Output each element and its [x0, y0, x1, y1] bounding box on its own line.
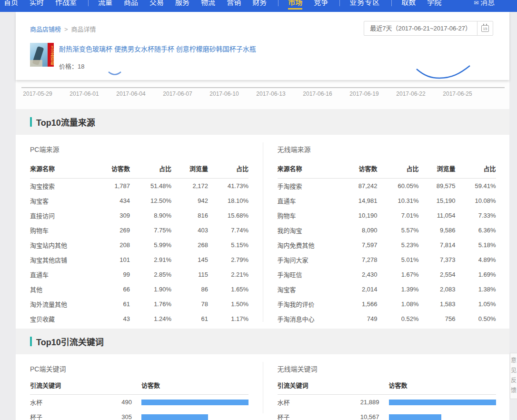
visitors-value: 87,242 — [344, 179, 378, 193]
section-header-keywords: Top10引流关键词 — [16, 329, 509, 354]
views-pct: 2.79% — [208, 252, 249, 267]
wireless-keywords-subtitle: 无线端关键词 — [278, 364, 510, 373]
column-header: 占比 — [208, 161, 249, 179]
nav-item-products[interactable]: 商品 — [124, 0, 138, 12]
views-value: 2,172 — [171, 179, 208, 193]
nav-item-data-extract[interactable]: 取数 — [401, 0, 416, 12]
keyword-name: 杯子 — [278, 412, 349, 420]
views-value: 816 — [171, 208, 208, 223]
visitors-value: 61 — [97, 297, 130, 311]
nav-divider — [391, 0, 392, 6]
nav-items: 首页 实时 作战室 流量 商品 交易 服务 物流 营销 财务 市场 竞争 业务专… — [0, 0, 517, 12]
nav-item-competition[interactable]: 竞争 — [314, 0, 328, 12]
visitors-value: 99 — [97, 267, 130, 282]
views-pct: 7.33% — [456, 208, 496, 223]
calendar-icon: 15 — [481, 25, 489, 32]
keyword-row: 杯子 10,567 — [278, 410, 496, 420]
source-name: 手淘搜索 — [278, 179, 344, 193]
product-price: 价格：18 — [59, 61, 256, 70]
nav-item-market[interactable]: 市场 — [288, 0, 302, 12]
column-header: 占比 — [130, 161, 171, 179]
source-name: 购物车 — [278, 208, 344, 223]
visitors-value: 269 — [97, 223, 130, 238]
visitors-pct: 2.91% — [130, 252, 171, 267]
nav-item-logistics[interactable]: 物流 — [201, 0, 215, 12]
nav-item-home[interactable]: 首页 — [4, 0, 18, 12]
nav-item-warroom[interactable]: 作战室 — [55, 0, 77, 12]
table-header-row: 引流关键词 访客数 — [278, 380, 496, 395]
calendar-button[interactable]: 15 — [477, 21, 493, 35]
nav-item-traffic[interactable]: 流量 — [98, 0, 112, 12]
views-pct: 5.18% — [456, 238, 496, 252]
nav-item-trade[interactable]: 交易 — [149, 0, 164, 12]
views-value: 145 — [171, 252, 208, 267]
visitors-pct: 51.48% — [130, 179, 171, 193]
table-row: 手淘旺信 2,430 1.67% 2,554 1.69% — [278, 267, 496, 282]
visitors-pct: 1.39% — [378, 282, 419, 297]
nav-divider — [88, 0, 89, 6]
keyword-name: 杯子 — [30, 412, 101, 420]
views-pct: 0.50% — [456, 311, 496, 326]
message-icon: ✉ — [474, 0, 478, 6]
axis-tick-label: 2017-06-04 — [108, 90, 154, 97]
views-pct: 4.89% — [456, 252, 496, 267]
nav-divider — [278, 0, 278, 6]
panel-divider — [263, 142, 263, 322]
views-value: 2,554 — [419, 267, 456, 282]
nav-item-marketing[interactable]: 营销 — [227, 0, 241, 12]
views-pct: 7.74% — [208, 223, 249, 238]
visitor-bar — [141, 414, 208, 420]
breadcrumb-separator: > — [64, 26, 68, 33]
table-header-row: 来源名称 访客数 占比 浏览量 占比 — [30, 161, 249, 179]
column-header: 来源名称 — [278, 161, 344, 179]
views-pct: 2.21% — [208, 267, 249, 282]
visitors-pct: 12.50% — [130, 193, 171, 208]
visitors-pct: 5.57% — [378, 223, 419, 238]
pc-keywords-table: 引流关键词 访客数 水杯 490 杯子 305 — [30, 380, 249, 420]
visitors-pct: 1.67% — [378, 267, 419, 282]
views-value: 7,373 — [419, 252, 456, 267]
date-range-picker[interactable]: 最近7天（2017-06-21~2017-06-27） 15 — [364, 21, 493, 36]
nav-item-service[interactable]: 服务 — [175, 0, 189, 12]
table-row: 直通车 99 2.85% 115 2.21% — [30, 267, 249, 282]
table-row: 淘宝客 2,014 1.39% 2,083 1.38% — [278, 282, 496, 297]
table-row: 直通车 14,981 10.31% 15,190 10.08% — [278, 193, 496, 208]
table-row: 手淘消息中心 749 0.52% 756 0.50% — [278, 311, 496, 326]
top-navigation: 首页 实时 作战室 流量 商品 交易 服务 物流 营销 财务 市场 竞争 业务专… — [0, 0, 517, 12]
table-row: 手淘我的评价 1,566 1.08% 1,583 1.05% — [278, 297, 496, 311]
nav-item-realtime[interactable]: 实时 — [30, 0, 44, 12]
visitors-pct: 5.01% — [378, 252, 419, 267]
keyword-visitors: 490 — [101, 399, 132, 406]
table-row: 购物车 269 7.75% 403 7.74% — [30, 223, 249, 238]
source-name: 淘宝其他店铺 — [30, 252, 97, 267]
feedback-tab[interactable]: 意见反馈 — [510, 353, 517, 399]
table-row: 手淘搜索 87,242 60.05% 89,575 59.41% — [278, 179, 496, 193]
views-pct: 10.08% — [456, 193, 496, 208]
nav-item-academy[interactable]: 学院 — [427, 0, 441, 12]
chart-x-axis: 2017-05-29 2017-06-01 2017-06-04 2017-06… — [16, 80, 509, 109]
breadcrumb: 商品店铺榜>商品详情 — [30, 24, 96, 33]
source-name: 淘内免费其他 — [278, 238, 344, 252]
source-name: 手淘我的评价 — [278, 297, 344, 311]
nav-item-finance[interactable]: 财务 — [252, 0, 267, 12]
source-name: 宝贝收藏 — [30, 311, 97, 326]
column-header: 引流关键词 — [30, 380, 141, 390]
product-image[interactable]: 9元全国包邮 — [30, 43, 54, 67]
axis-tick-label: 2017-05-29 — [14, 90, 61, 97]
table-row: 购物车 10,190 7.01% 11,054 7.33% — [278, 208, 496, 223]
views-value: 89,575 — [419, 179, 456, 193]
product-title-link[interactable]: 耐热渐变色玻璃杯 便携男女水杯随手杯 创意柠檬磨砂韩国杯子水瓶 — [59, 45, 256, 53]
visitors-value: 749 — [344, 311, 378, 326]
nav-item-messages[interactable]: ✉消息 — [474, 0, 495, 12]
visitors-value: 10,190 — [344, 208, 378, 223]
visitors-pct: 10.31% — [378, 193, 419, 208]
source-name: 手淘旺信 — [278, 267, 344, 282]
nav-item-business-zone[interactable]: 业务专区 — [349, 0, 380, 12]
views-pct: 41.73% — [208, 179, 249, 193]
traffic-sources-body: PC端来源 来源名称 访客数 占比 浏览量 占比 淘宝搜 — [16, 135, 509, 329]
visitors-value: 1,566 — [344, 297, 378, 311]
column-header: 占比 — [456, 161, 496, 179]
views-value: 115 — [171, 267, 208, 282]
breadcrumb-link-rank[interactable]: 商品店铺榜 — [30, 26, 61, 33]
pc-sources-panel: PC端来源 来源名称 访客数 占比 浏览量 占比 淘宝搜 — [16, 135, 263, 329]
